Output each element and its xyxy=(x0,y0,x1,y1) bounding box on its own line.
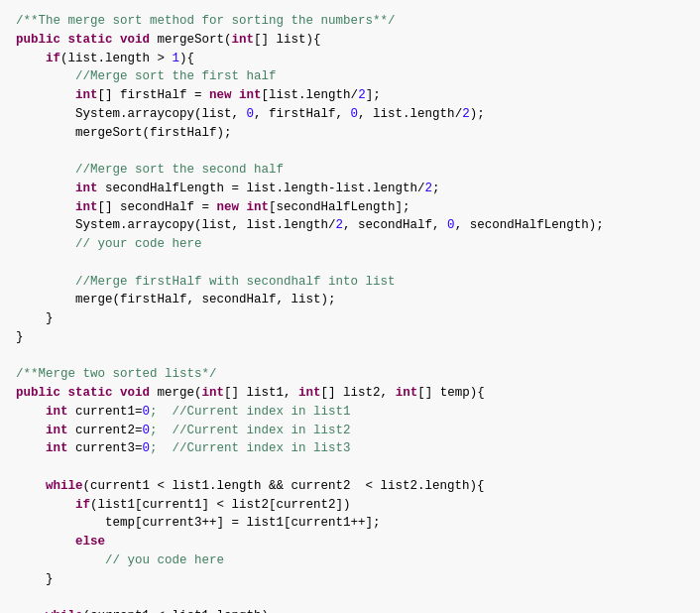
code-token: int xyxy=(46,405,75,419)
code-token: (list1[current1] < list2[current2]) xyxy=(90,498,351,512)
code-token: 2 xyxy=(425,182,433,195)
code-token: //Merge firstHalf with secondhalf into l… xyxy=(75,275,396,289)
code-token: [] secondHalf = xyxy=(98,200,217,214)
code-token: } xyxy=(16,330,24,344)
code-token xyxy=(16,479,46,493)
code-token: new xyxy=(209,88,239,102)
code-line: int current2=0; //Current index in list2 xyxy=(16,422,684,440)
code-token: int xyxy=(75,88,98,102)
code-line: mergeSort(firstHalf); xyxy=(16,124,684,143)
code-token: /**The merge sort method for sorting the… xyxy=(16,14,396,28)
code-token: mergeSort(firstHalf); xyxy=(75,126,232,140)
code-token: (current1 < list1.length) xyxy=(83,609,270,613)
code-line xyxy=(16,588,684,607)
code-token: && xyxy=(269,479,284,493)
code-token: [] list2, xyxy=(321,386,396,400)
code-token: mergeSort( xyxy=(158,33,232,47)
code-token: merge(firstHalf, secondHalf, list); xyxy=(75,293,336,306)
code-token: void xyxy=(120,33,158,47)
code-token: [] firstHalf = xyxy=(98,88,210,102)
code-token: ; //Current index in list3 xyxy=(150,441,351,455)
code-token xyxy=(16,218,75,232)
code-line: // your code here xyxy=(16,235,684,254)
code-token: 0 xyxy=(143,405,151,419)
code-token xyxy=(16,69,75,83)
code-token: [] list1, xyxy=(224,386,298,400)
code-line: int current1=0; //Current index in list1 xyxy=(16,403,684,422)
code-line: System.arraycopy(list, list.length/2, se… xyxy=(16,216,684,235)
code-token: [secondHalfLength]; xyxy=(269,200,410,214)
code-token: ); xyxy=(470,107,485,121)
code-token xyxy=(16,200,75,214)
code-line: } xyxy=(16,570,684,589)
code-token: current1= xyxy=(75,405,143,419)
code-line xyxy=(16,254,684,273)
code-line xyxy=(16,142,684,161)
code-token: , list.length/ xyxy=(358,107,462,121)
code-line: /**Merge two sorted lists*/ xyxy=(16,365,684,384)
code-token xyxy=(16,553,105,567)
code-line: int current3=0; //Current index in list3 xyxy=(16,439,684,458)
code-token: merge( xyxy=(158,386,202,400)
code-token: current2= xyxy=(75,424,143,437)
code-token: while xyxy=(46,479,83,493)
code-line: temp[current3++] = list1[current1++]; xyxy=(16,514,684,533)
code-token: int xyxy=(298,386,321,400)
code-token: ; xyxy=(432,182,440,195)
code-token xyxy=(16,535,75,549)
code-token xyxy=(16,107,75,121)
code-token: } xyxy=(46,311,54,325)
code-token xyxy=(16,182,75,195)
code-token: 0 xyxy=(143,441,151,455)
code-token: 0 xyxy=(447,218,455,232)
code-line: } xyxy=(16,309,684,328)
code-token: void xyxy=(120,386,158,400)
code-token: [] temp){ xyxy=(417,386,485,400)
code-token: public xyxy=(16,33,68,47)
code-token: , secondHalfLength); xyxy=(455,218,604,232)
code-token: 1 xyxy=(173,52,180,65)
code-token: System.arraycopy(list, list.length/ xyxy=(75,218,336,232)
code-token: [list.length/ xyxy=(262,88,359,102)
code-token: while xyxy=(46,609,83,613)
code-line: int secondHalfLength = list.length-list.… xyxy=(16,180,684,198)
code-token: ; //Current index in list1 xyxy=(150,405,351,419)
code-token xyxy=(16,498,75,512)
code-token: System.arraycopy(list, xyxy=(75,107,247,121)
code-line xyxy=(16,347,684,366)
code-line: /**The merge sort method for sorting the… xyxy=(16,12,684,31)
code-token: int xyxy=(75,200,98,214)
code-token: if xyxy=(75,498,90,512)
code-container: /**The merge sort method for sorting the… xyxy=(0,0,700,613)
code-line: public static void mergeSort(int[] list)… xyxy=(16,31,684,50)
code-token: //Merge sort the first half xyxy=(75,69,277,83)
code-token: int xyxy=(46,441,75,455)
code-token: 2 xyxy=(358,88,366,102)
code-token: int xyxy=(75,182,105,195)
code-line: int[] secondHalf = new int[secondHalfLen… xyxy=(16,198,684,217)
code-token xyxy=(16,609,46,613)
code-token xyxy=(16,572,46,586)
code-token: // your code here xyxy=(75,237,202,251)
code-line xyxy=(16,458,684,477)
code-token: // you code here xyxy=(105,553,224,567)
code-line: if(list1[current1] < list2[current2]) xyxy=(16,496,684,515)
code-token: 2 xyxy=(462,107,470,121)
code-token: secondHalfLength = list.length-list.leng… xyxy=(105,182,425,195)
code-line: while(current1 < list1.length) xyxy=(16,607,684,613)
code-token: int xyxy=(202,386,225,400)
code-token xyxy=(16,311,46,325)
code-token: } xyxy=(46,572,54,586)
code-token: (list.length > xyxy=(60,52,173,65)
code-token xyxy=(16,441,46,455)
code-token: 0 xyxy=(247,107,255,121)
code-token xyxy=(16,293,75,306)
code-line: // you code here xyxy=(16,552,684,570)
code-token: ; //Current index in list2 xyxy=(150,424,351,437)
code-token: else xyxy=(75,535,105,549)
code-token xyxy=(16,516,105,530)
code-token: temp[current3++] = list1[current1++]; xyxy=(105,516,381,530)
code-line: merge(firstHalf, secondHalf, list); xyxy=(16,291,684,309)
code-line: //Merge sort the second half xyxy=(16,161,684,180)
code-line: while(current1 < list1.length && current… xyxy=(16,477,684,496)
